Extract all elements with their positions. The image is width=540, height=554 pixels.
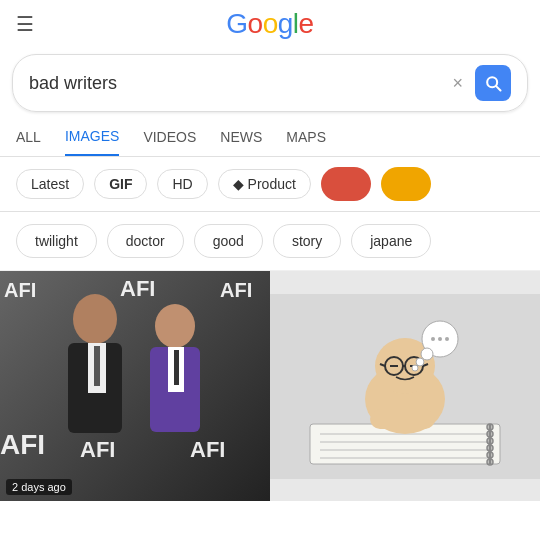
svg-point-34 bbox=[412, 365, 418, 371]
svg-rect-3 bbox=[94, 346, 100, 386]
suggestion-twilight[interactable]: twilight bbox=[16, 224, 97, 258]
suggestion-good[interactable]: good bbox=[194, 224, 263, 258]
suggestion-doctor[interactable]: doctor bbox=[107, 224, 184, 258]
search-bar-container: × bbox=[0, 48, 540, 118]
search-bar: × bbox=[12, 54, 528, 112]
cartoon-bg bbox=[270, 271, 540, 501]
logo-e: e bbox=[299, 8, 314, 39]
svg-point-33 bbox=[416, 358, 424, 366]
tab-images[interactable]: IMAGES bbox=[65, 118, 119, 156]
tab-news[interactable]: NEWS bbox=[220, 119, 262, 155]
tab-all[interactable]: ALL bbox=[16, 119, 41, 155]
hamburger-menu-icon[interactable]: ☰ bbox=[16, 12, 34, 36]
image-result-right[interactable]: Academics Will Always Be Bad W... al-fan… bbox=[270, 271, 540, 501]
filter-hd[interactable]: HD bbox=[157, 169, 207, 199]
svg-rect-7 bbox=[174, 350, 179, 385]
search-submit-button[interactable] bbox=[475, 65, 511, 101]
suggestion-chips: twilight doctor good story japane bbox=[0, 212, 540, 271]
search-icon bbox=[483, 73, 503, 93]
filter-gif[interactable]: GIF bbox=[94, 169, 147, 199]
suggestion-story[interactable]: story bbox=[273, 224, 341, 258]
logo-o1: o bbox=[248, 8, 263, 39]
header: ☰ Google bbox=[0, 0, 540, 48]
logo-g2: g bbox=[278, 8, 293, 39]
svg-point-32 bbox=[421, 348, 433, 360]
cartoon-svg bbox=[270, 294, 540, 479]
image-left-bg: AFI AFI AFI AFI AFI AFI 2 days ago bbox=[0, 271, 270, 501]
logo-g: G bbox=[226, 8, 247, 39]
svg-point-35 bbox=[431, 337, 435, 341]
filter-color-red[interactable] bbox=[321, 167, 371, 201]
search-input[interactable] bbox=[29, 73, 452, 94]
suggestion-japane[interactable]: japane bbox=[351, 224, 431, 258]
filter-product[interactable]: ◆ Product bbox=[218, 169, 311, 199]
tab-maps[interactable]: MAPS bbox=[286, 119, 326, 155]
search-tabs: ALL IMAGES VIDEOS NEWS MAPS bbox=[0, 118, 540, 157]
filter-bar: Latest GIF HD ◆ Product bbox=[0, 157, 540, 212]
svg-point-36 bbox=[438, 337, 442, 341]
image-grid: AFI AFI AFI AFI AFI AFI 2 days ago bbox=[0, 271, 540, 501]
filter-color-orange[interactable] bbox=[381, 167, 431, 201]
svg-point-4 bbox=[155, 304, 195, 348]
search-clear-icon[interactable]: × bbox=[452, 73, 463, 94]
svg-point-0 bbox=[73, 294, 117, 344]
svg-rect-30 bbox=[370, 409, 435, 429]
filter-latest[interactable]: Latest bbox=[16, 169, 84, 199]
image-result-left[interactable]: AFI AFI AFI AFI AFI AFI 2 days ago bbox=[0, 271, 270, 501]
logo-o2: o bbox=[263, 8, 278, 39]
svg-point-37 bbox=[445, 337, 449, 341]
people-silhouettes bbox=[0, 271, 270, 456]
image-timestamp: 2 days ago bbox=[6, 479, 72, 495]
google-logo: Google bbox=[226, 8, 313, 40]
tab-videos[interactable]: VIDEOS bbox=[143, 119, 196, 155]
